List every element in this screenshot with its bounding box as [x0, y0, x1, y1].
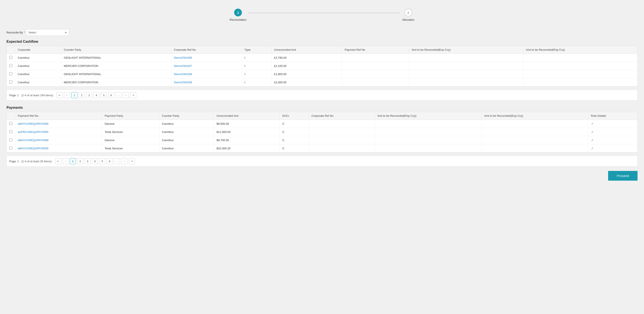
pay-row-rule-2[interactable]: ↗	[588, 136, 637, 144]
external-link-icon-1[interactable]: ↗	[591, 130, 594, 134]
pay-row-payment-party-1: Tesla Services	[102, 128, 159, 136]
ecf-next-page-button[interactable]: ›	[123, 92, 129, 98]
pay-row-corp-refno-0	[309, 120, 375, 128]
ecf-row-amt-pay-3	[523, 78, 637, 87]
pay-row-rule-0[interactable]: ↗	[588, 120, 637, 128]
pay-row-rule-3[interactable]: ↗	[588, 144, 637, 153]
external-link-icon-3[interactable]: ↗	[591, 147, 594, 150]
pay-checkbox-1[interactable]	[9, 130, 12, 133]
pay-page-2-button[interactable]: 2	[77, 158, 83, 164]
ecf-last-page-button[interactable]: ⇥	[130, 92, 136, 98]
pay-page-5-button[interactable]: 5	[99, 158, 105, 164]
ecf-col-counterparty: Counter Party	[61, 46, 171, 54]
ecf-row-unreconciled-0: £3,790.00	[271, 54, 342, 62]
ecf-page-1-button[interactable]: 1	[71, 92, 78, 98]
pay-row-refno-2[interactable]: aMAYCAREQAPAY5008	[15, 136, 102, 144]
required-indicator: *	[24, 31, 25, 34]
pay-first-page-button[interactable]: ⇤	[55, 158, 61, 164]
pay-page-3-button[interactable]: 3	[84, 158, 90, 164]
ecf-checkbox-0[interactable]	[9, 56, 12, 59]
ecf-row-corporate-1: Carrefour	[15, 62, 61, 70]
pay-prev-page-button[interactable]: ‹	[62, 158, 68, 164]
ecf-page-number: 1	[17, 94, 18, 97]
ecf-page-5-button[interactable]: 5	[101, 92, 107, 98]
reconcile-by-section: Reconcile By * Select Corporate Counter …	[6, 28, 638, 36]
ecf-page-4-button[interactable]: 4	[94, 92, 100, 98]
pay-last-page-button[interactable]: ⇥	[129, 158, 135, 164]
ecf-first-page-button[interactable]: ⇤	[57, 92, 63, 98]
ecf-page-2-button[interactable]: 2	[79, 92, 85, 98]
pay-table-row: aAPRCAREQAPAY5005 Tesla Services Carrefo…	[7, 128, 637, 136]
expected-cashflow-table: Corporate Counter Party Corporate Ref No…	[7, 46, 637, 86]
ecf-checkbox-2[interactable]	[9, 72, 12, 75]
ecf-row-refno-2[interactable]: DemoCM1008	[171, 70, 242, 78]
pay-page-4-button[interactable]: 4	[92, 158, 98, 164]
pay-col-counterparty: Counter Party	[159, 112, 214, 120]
ecf-row-refno-0[interactable]: DemoCM1006	[171, 54, 242, 62]
pay-row-unreconciled-3: $22,000.25	[214, 144, 280, 153]
pay-row-counterparty-1: Carrefour	[159, 128, 214, 136]
ecf-row-amt-exp-3	[409, 78, 523, 87]
pay-table-row: aMAYCAREQAPAY5006 Danone Carrefour $9,50…	[7, 120, 637, 128]
pay-row-unreconciled-1: $11,000.00	[214, 128, 280, 136]
ecf-row-corporate-2: Carrefour	[15, 70, 61, 78]
pay-row-amt-exp-2	[482, 136, 588, 144]
ecf-checkbox-3[interactable]	[9, 80, 12, 84]
reconcile-by-select[interactable]: Select Corporate Counter Party Type	[26, 29, 69, 36]
ecf-row-amt-exp-1	[409, 62, 523, 70]
stepper-line	[248, 13, 400, 13]
pay-row-refno-3[interactable]: aMAYCAREQAPAY8005	[15, 144, 102, 153]
pay-row-checkbox-1[interactable]	[7, 128, 15, 136]
pay-row-counterparty-2: Carrefour	[159, 136, 214, 144]
ecf-row-type-3: I	[242, 78, 271, 87]
pay-col-amt-exp: Amt to be Reconciled(Exp Ccy)	[482, 112, 588, 120]
pay-row-corp-refno-1	[309, 128, 375, 136]
ecf-row-checkbox-1[interactable]	[7, 62, 15, 70]
pay-pagination-info: (1-4 of at least 26 items)	[22, 160, 52, 163]
pay-row-checkbox-3[interactable]	[7, 144, 15, 153]
step-2-label: Allocation	[402, 18, 414, 21]
pay-row-payment-party-2: Danone	[102, 136, 159, 144]
step-1: 1 Reconcilation	[230, 9, 246, 21]
expected-cashflow-title: Expected Cashflow	[6, 40, 638, 44]
ecf-page-3-button[interactable]: 3	[86, 92, 92, 98]
pay-checkbox-0[interactable]	[9, 122, 12, 125]
ecf-col-corporate: Corporate	[15, 46, 61, 54]
ecf-page-6-button[interactable]: 6	[108, 92, 114, 98]
ecf-checkbox-1[interactable]	[9, 64, 12, 67]
pay-col-payment-party: Payment Party	[102, 112, 159, 120]
pay-page-1-button[interactable]: 1	[70, 158, 76, 164]
ecf-row-checkbox-0[interactable]	[7, 54, 15, 62]
pay-row-refno-0[interactable]: aMAYCAREQAPAY5006	[15, 120, 102, 128]
ecf-col-unreconciled: Unreconciled Amt	[271, 46, 342, 54]
ecf-col-checkbox	[7, 46, 15, 54]
pay-checkbox-2[interactable]	[9, 138, 12, 141]
pay-row-rule-1[interactable]: ↗	[588, 128, 637, 136]
external-link-icon-2[interactable]: ↗	[591, 139, 594, 142]
pay-row-checkbox-2[interactable]	[7, 136, 15, 144]
ecf-table-row: Carrefour GENLIGHT INTERNATIONAL DemoCM1…	[7, 54, 637, 62]
external-link-icon-0[interactable]: ↗	[591, 122, 594, 126]
pay-page-6-button[interactable]: 6	[106, 158, 113, 164]
ecf-row-checkbox-3[interactable]	[7, 78, 15, 87]
pay-checkbox-3[interactable]	[9, 147, 12, 150]
step-1-circle: 1	[234, 9, 242, 16]
ecf-prev-page-button[interactable]: ‹	[64, 92, 70, 98]
payments-table-container: Payment Ref No Payment Party Counter Par…	[6, 112, 638, 153]
pay-next-page-button[interactable]: ›	[121, 158, 127, 164]
pay-row-drcr-0: C	[280, 120, 309, 128]
pay-row-unreconciled-0: $9,500.00	[214, 120, 280, 128]
ecf-row-checkbox-2[interactable]	[7, 70, 15, 78]
ecf-row-unreconciled-2: £1,900.00	[271, 70, 342, 78]
pay-col-amt-pay: Amt to be Reconciled(Pay Ccy)	[375, 112, 482, 120]
ecf-row-refno-1[interactable]: DemoCM1007	[171, 62, 242, 70]
proceed-button[interactable]: Proceed	[608, 171, 638, 181]
pay-row-refno-1[interactable]: aAPRCAREQAPAY5005	[15, 128, 102, 136]
ecf-pagination: Page 1 (1-4 of at least 169 items) ⇤ ‹ 1…	[6, 90, 638, 101]
ecf-page-label: Page	[9, 94, 16, 97]
pay-col-unreconciled: Unreconciled Amt	[214, 112, 280, 120]
pay-row-checkbox-0[interactable]	[7, 120, 15, 128]
ecf-row-type-2: I	[242, 70, 271, 78]
ecf-row-refno-3[interactable]: DemoCM1009	[171, 78, 242, 87]
ecf-row-counterparty-1: MERCIER CORPORATION	[61, 62, 171, 70]
